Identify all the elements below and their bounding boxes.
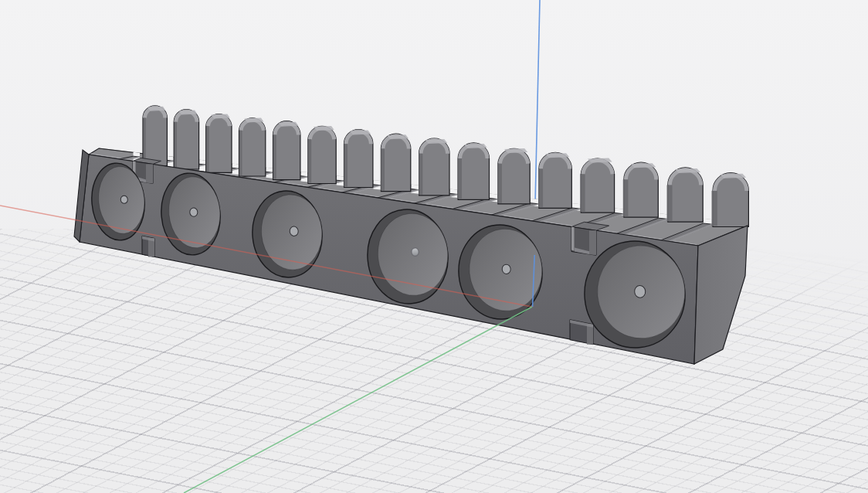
y-axis-line bbox=[184, 307, 532, 493]
right-end-face bbox=[694, 226, 748, 364]
tooth bbox=[308, 126, 336, 184]
tooth bbox=[498, 148, 530, 204]
tooth bbox=[668, 168, 703, 222]
tooth bbox=[143, 106, 167, 166]
tooth bbox=[239, 118, 266, 177]
tooth bbox=[419, 138, 449, 196]
tooth bbox=[624, 162, 658, 217]
tooth bbox=[539, 152, 571, 208]
tooth bbox=[458, 143, 489, 199]
model-3d-part[interactable] bbox=[74, 106, 748, 364]
tooth bbox=[581, 158, 614, 213]
tooth bbox=[273, 121, 300, 180]
tooth bbox=[381, 134, 410, 191]
tooth bbox=[344, 130, 373, 188]
scene-canvas bbox=[0, 0, 868, 493]
tooth bbox=[174, 109, 198, 169]
tooth bbox=[713, 173, 748, 227]
cad-viewport[interactable] bbox=[0, 0, 868, 493]
tooth bbox=[206, 114, 232, 173]
